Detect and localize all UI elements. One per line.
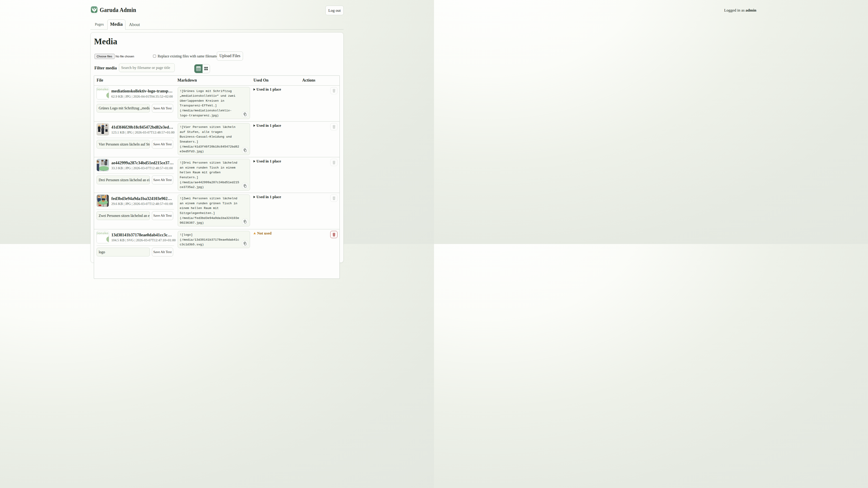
svg-text:tionsko: tionsko — [97, 88, 108, 91]
svg-text:tionsko: tionsko — [97, 231, 108, 235]
